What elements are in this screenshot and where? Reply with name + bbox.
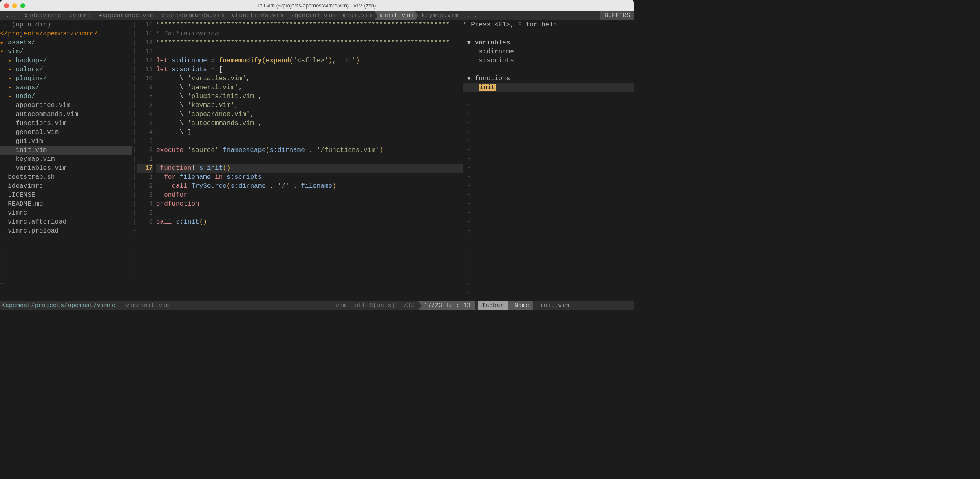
empty-line: ~	[463, 173, 634, 182]
buffer-tab[interactable]: 7general.vim	[285, 11, 337, 20]
buffer-tab[interactable]: 2ideavimrc	[19, 11, 64, 20]
line-number: 11	[137, 65, 153, 74]
nerdtree-root[interactable]: </projects/apemost/vimrc/	[0, 29, 132, 38]
code-line[interactable]: "***************************************…	[156, 20, 463, 29]
nerdtree-entry[interactable]: ▸ assets/	[0, 38, 132, 47]
nerdtree-entry[interactable]: ▸ plugins/	[0, 74, 132, 83]
empty-line: ~	[463, 137, 634, 146]
nerdtree-entry[interactable]: appearance.vim	[0, 101, 132, 110]
nerdtree-entry[interactable]: ▸ swaps/	[0, 83, 132, 92]
code-line[interactable]: let s:scripts = [	[156, 65, 463, 74]
tagbar-item[interactable]: s:dirname	[463, 47, 634, 56]
nerdtree-entry[interactable]: ▸ undo/	[0, 92, 132, 101]
empty-line: ~	[463, 119, 634, 128]
empty-line: ~	[463, 244, 634, 253]
nerdtree-entry[interactable]: ▾ vim/	[0, 47, 132, 56]
code-line[interactable]: call TrySource(s:dirname . '/' . filenam…	[156, 182, 463, 191]
nerdtree-entry[interactable]: LICENSE	[0, 191, 132, 200]
line-number-gutter: 1615141312111098765432117123456	[137, 20, 156, 301]
nerdtree-pane[interactable]: .. (up a dir) </projects/apemost/vimrc/ …	[0, 20, 132, 301]
buffer-tab[interactable]: 5autocommands.vim	[156, 11, 226, 20]
line-number: 15	[137, 29, 153, 38]
code-line[interactable]: endfor	[156, 191, 463, 200]
main-area: .. (up a dir) </projects/apemost/vimrc/ …	[0, 20, 634, 301]
nerdtree-status: <apemost/projects/apemost/vimrc	[0, 301, 119, 310]
buffer-tab[interactable]: 8gui.vim	[337, 11, 374, 20]
code-area[interactable]: "***************************************…	[156, 20, 463, 301]
nerdtree-entry[interactable]: autocommands.vim	[0, 110, 132, 119]
nerdtree-entry[interactable]: bootstrap.sh	[0, 173, 132, 182]
code-line[interactable]: \ 'appearance.vim',	[156, 110, 463, 119]
status-position: 17/23 ㏑ : 13	[418, 301, 475, 310]
code-line[interactable]: endfunction	[156, 200, 463, 209]
status-percent: 73%	[399, 301, 418, 310]
line-number: 10	[137, 74, 153, 83]
nerdtree-entry[interactable]: init.vim	[0, 146, 132, 155]
code-line[interactable]: \ 'autocommands.vim',	[156, 119, 463, 128]
buffer-tab[interactable]: 3vimrc	[64, 11, 93, 20]
buffer-tab[interactable]: 9init.vim	[374, 11, 415, 20]
code-line[interactable]: \ ]	[156, 128, 463, 137]
tagbar-item[interactable]: init	[463, 83, 634, 92]
code-line[interactable]: call s:init()	[156, 218, 463, 226]
code-line[interactable]: \ 'general.vim',	[156, 83, 463, 92]
nerdtree-entry[interactable]: keymap.vim	[0, 155, 132, 164]
tagbar-section[interactable]: ▼ variables	[463, 38, 634, 47]
nerdtree-entry[interactable]: vimrc.preload	[0, 226, 132, 235]
empty-line: ~	[0, 244, 132, 253]
code-line[interactable]: execute 'source' fnameescape(s:dirname .…	[156, 146, 463, 155]
line-number: 3	[137, 191, 153, 200]
status-file: vim/init.vim	[120, 301, 174, 310]
line-number: 13	[137, 47, 153, 56]
buffers-label: BUFFERS	[600, 11, 634, 20]
tagbar-section[interactable]: ▼ functions	[463, 74, 634, 83]
buffer-tab[interactable]: 4appearance.vim	[93, 11, 156, 20]
empty-line: ~	[463, 182, 634, 191]
code-line[interactable]: function! s:init()	[156, 164, 463, 173]
empty-line: ~	[0, 262, 132, 271]
nerdtree-updir[interactable]: .. (up a dir)	[0, 20, 132, 29]
line-number: 6	[137, 218, 153, 226]
tagbar-pane[interactable]: " Press <F1>, ? for help ▼ variables s:d…	[463, 20, 634, 301]
empty-line: ~	[463, 235, 634, 244]
nerdtree-entry[interactable]: variables.vim	[0, 164, 132, 173]
line-number: 1	[137, 155, 153, 164]
empty-line: ~	[463, 200, 634, 209]
nerdtree-entry[interactable]: vimrc	[0, 209, 132, 218]
nerdtree-entry[interactable]: gui.vim	[0, 137, 132, 146]
code-line[interactable]	[156, 47, 463, 56]
code-line[interactable]: \ 'keymap.vim',	[156, 101, 463, 110]
buffer-tabline: ... 2ideavimrc3vimrc4appearance.vim5auto…	[0, 11, 634, 20]
tagbar-item[interactable]: s:scripts	[463, 56, 634, 65]
tagbar-status-file: init.vim	[533, 301, 634, 310]
line-number: 7	[137, 101, 153, 110]
nerdtree-entry[interactable]: README.md	[0, 200, 132, 209]
line-number: 8	[137, 92, 153, 101]
code-line[interactable]: let s:dirname = fnamemodify(expand('<sfi…	[156, 56, 463, 65]
code-line[interactable]	[156, 155, 463, 164]
empty-line: ~	[463, 253, 634, 262]
nerdtree-entry[interactable]: general.vim	[0, 128, 132, 137]
line-number: 12	[137, 56, 153, 65]
code-line[interactable]: for filename in s:scripts	[156, 173, 463, 182]
code-line[interactable]	[156, 209, 463, 218]
editor-pane[interactable]: |||||||||||||||||||||||~~~~~~ 1615141312…	[132, 20, 463, 301]
nerdtree-entry[interactable]: functions.vim	[0, 119, 132, 128]
command-line[interactable]: :AsyncRun	[0, 310, 634, 311]
buffer-tab[interactable]: keymap.vim	[415, 11, 461, 20]
buffer-ellipsis-left[interactable]: ...	[0, 11, 19, 20]
code-line[interactable]: \ 'plugins/init.vim',	[156, 92, 463, 101]
nerdtree-entry[interactable]: ideavimrc	[0, 182, 132, 191]
code-line[interactable]	[156, 137, 463, 146]
empty-line: ~	[463, 262, 634, 271]
empty-line: ~	[463, 101, 634, 110]
buffer-tab[interactable]: 6functions.vim	[226, 11, 285, 20]
nerdtree-entry[interactable]: ▸ colors/	[0, 65, 132, 74]
empty-line: ~	[0, 271, 132, 280]
nerdtree-entry[interactable]: vimrc.afterload	[0, 218, 132, 226]
code-line[interactable]: " Initialization	[156, 29, 463, 38]
code-line[interactable]: "***************************************…	[156, 38, 463, 47]
line-number: 5	[137, 119, 153, 128]
nerdtree-entry[interactable]: ▸ backups/	[0, 56, 132, 65]
code-line[interactable]: \ 'variables.vim',	[156, 74, 463, 83]
